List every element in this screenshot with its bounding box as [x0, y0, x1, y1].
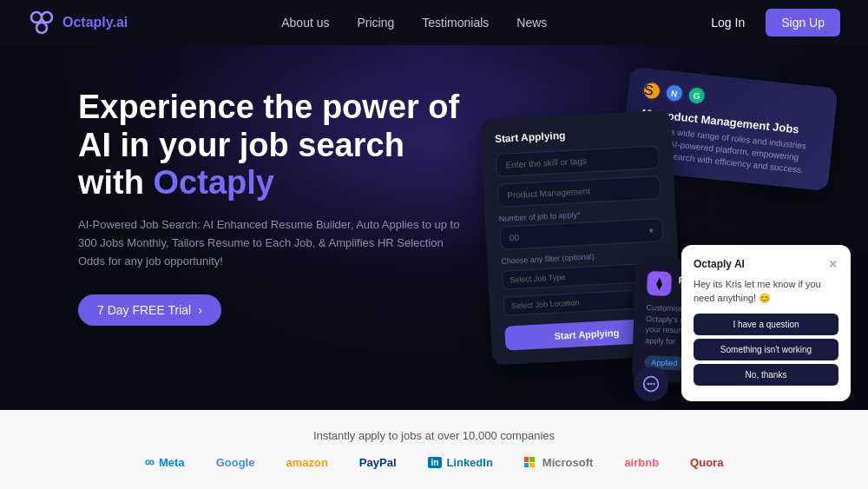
logo-linkedin: in LinkedIn [428, 456, 493, 469]
svg-point-1 [42, 12, 52, 23]
svg-point-4 [647, 383, 649, 386]
chat-title: Octaply AI [694, 258, 745, 270]
trial-arrow: › [198, 303, 202, 317]
logo[interactable]: Octaply.ai [28, 9, 128, 36]
chat-widget: Octaply AI ✕ Hey its Kris let me know if… [681, 245, 851, 401]
nav-testimonials[interactable]: Testimonials [422, 16, 489, 30]
hero-description: AI-Powered Job Search: AI Enhanced Resum… [78, 216, 460, 270]
nav-about[interactable]: About us [281, 16, 329, 30]
svg-point-5 [650, 383, 653, 386]
logos-row: ∞ Meta Google amazon PayPal in LinkedIn … [145, 454, 724, 470]
navbar: Octaply.ai About us Pricing Testimonials… [0, 0, 868, 45]
login-button[interactable]: Log In [700, 10, 755, 35]
logo-airbnb: airbnb [624, 456, 659, 469]
chat-close-button[interactable]: ✕ [828, 257, 838, 271]
logo-amazon: amazon [286, 456, 327, 469]
nav-links: About us Pricing Testimonials News [281, 16, 547, 30]
logo-paypal: PayPal [359, 456, 397, 469]
avatar-g: G [687, 85, 707, 106]
chat-fab-button[interactable] [634, 367, 668, 401]
chat-btn-issue[interactable]: Something isn't working [694, 339, 838, 360]
hero-title: Experience the power of AI in your job s… [78, 89, 460, 202]
logo-google: Google [216, 456, 255, 469]
hero-content: Experience the power of AI in your job s… [78, 89, 460, 326]
nav-actions: Log In Sign Up [700, 9, 840, 36]
logo-meta: ∞ Meta [145, 454, 185, 470]
logo-microsoft: Microsoft [524, 456, 594, 469]
hero-section: Experience the power of AI in your job s… [0, 45, 868, 410]
signup-button[interactable]: Sign Up [766, 9, 840, 36]
svg-point-0 [31, 12, 42, 23]
apply-card-title: Start Applying [495, 124, 658, 145]
number-select: 00 ▾ [499, 218, 663, 250]
skill-value-display: Product Management [497, 175, 661, 208]
skill-input-display: Enter the skill or tags [496, 145, 660, 177]
avatar-n: N [664, 83, 685, 103]
logo-text: Octaply.ai [62, 15, 128, 30]
logo-quora: Quora [690, 456, 723, 469]
logos-tagline: Instantly apply to jobs at over 10,000 c… [313, 429, 555, 442]
nav-pricing[interactable]: Pricing [357, 16, 394, 30]
chat-btn-no-thanks[interactable]: No, thanks [694, 364, 838, 386]
chat-message: Hey its Kris let me know if you need any… [694, 278, 838, 305]
trial-button[interactable]: 7 Day FREE Trial › [78, 294, 221, 326]
chat-header: Octaply AI ✕ [694, 257, 838, 271]
svg-point-2 [36, 23, 47, 33]
pm-icon: ⧫ [647, 271, 672, 296]
chat-fab-icon [642, 375, 660, 393]
chat-btn-question[interactable]: I have a question [694, 314, 838, 335]
logo-icon [28, 9, 56, 36]
logos-section: Instantly apply to jobs at over 10,000 c… [0, 410, 868, 489]
nav-news[interactable]: News [516, 16, 547, 30]
avatar-s: S [641, 80, 662, 101]
svg-point-6 [653, 383, 655, 386]
